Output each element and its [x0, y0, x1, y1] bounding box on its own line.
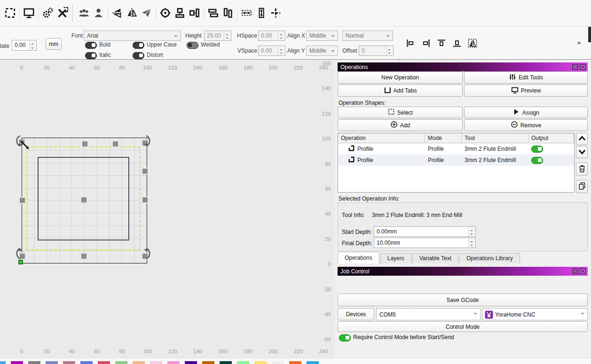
palette-swatch[interactable] — [289, 361, 301, 364]
devices-button[interactable]: Devices — [338, 308, 374, 320]
float-panel-icon[interactable] — [572, 268, 578, 274]
bold-toggle[interactable] — [85, 42, 97, 49]
offset-spinner[interactable] — [386, 46, 393, 55]
align-left-icon[interactable] — [403, 37, 418, 49]
hspace-spinner[interactable] — [278, 31, 285, 40]
final-depth-input[interactable]: 10.00mm — [374, 238, 476, 248]
close-panel-icon[interactable] — [580, 268, 586, 274]
vspace-spinner[interactable] — [278, 46, 285, 55]
add-tabs-button[interactable]: Add Tabs — [338, 85, 463, 97]
height-input[interactable]: 25.00 — [204, 31, 231, 41]
palette-swatch[interactable] — [254, 361, 267, 364]
tools-icon[interactable] — [55, 4, 70, 22]
align-x-select[interactable]: Middle — [306, 31, 338, 41]
palette-swatch[interactable] — [80, 361, 93, 364]
control-mode-button[interactable]: Control Mode — [338, 321, 588, 332]
units-button[interactable]: mm — [46, 38, 62, 50]
user-icon[interactable] — [91, 4, 106, 22]
height-spinner[interactable] — [224, 31, 231, 40]
edit-tools-button[interactable]: Edit Tools — [464, 71, 588, 84]
vspace-input[interactable]: 0.00 — [258, 46, 285, 56]
palette-swatch[interactable] — [28, 361, 40, 364]
palette-swatch[interactable] — [0, 361, 6, 364]
gears-icon[interactable] — [40, 4, 55, 22]
palette-swatch[interactable] — [11, 361, 23, 364]
selection-handle[interactable] — [142, 196, 149, 203]
origin-side-icon[interactable] — [187, 4, 202, 22]
palette-swatch[interactable] — [237, 361, 249, 364]
new-operation-button[interactable]: New Operation — [338, 71, 463, 84]
tab-operations[interactable]: Operations — [338, 252, 379, 263]
palette-swatch[interactable] — [98, 361, 110, 364]
hspace-input[interactable]: 0.00 — [258, 31, 285, 41]
shape-assign-button[interactable]: Assign — [464, 107, 588, 118]
toolbar-grip[interactable] — [72, 5, 74, 21]
output-toggle[interactable] — [531, 157, 543, 164]
palette-swatch[interactable] — [133, 361, 145, 364]
rotate-input[interactable]: 0.00 — [12, 40, 37, 51]
target-icon[interactable] — [158, 4, 173, 22]
delete-operation-button[interactable] — [576, 163, 588, 176]
operations-table[interactable]: OperationModeToolOutput ProfileProfile3m… — [338, 133, 575, 193]
uppercase-toggle[interactable] — [133, 42, 144, 49]
rotate-spinner[interactable] — [29, 40, 36, 50]
rotate-handle-bottom-right[interactable] — [144, 247, 154, 261]
copy-operation-button[interactable] — [576, 180, 588, 193]
palette-swatch[interactable] — [272, 361, 284, 364]
operations-panel-header[interactable]: Operations — [338, 62, 588, 71]
palette-swatch[interactable] — [185, 361, 197, 364]
bounds-height-icon[interactable] — [254, 4, 268, 22]
palette-swatch[interactable] — [115, 361, 127, 364]
start-depth-spinner[interactable] — [468, 227, 475, 236]
require-control-mode-toggle[interactable] — [339, 334, 351, 341]
distribute-horizontal-icon[interactable] — [206, 4, 221, 22]
operation-row[interactable]: ProfileProfile3mm 2 Flute Endmill — [338, 143, 574, 155]
selection-handle[interactable] — [81, 140, 88, 147]
flip-vertical-icon[interactable] — [110, 4, 125, 22]
save-gcode-button[interactable]: Save GCode — [338, 294, 588, 306]
output-toggle[interactable] — [531, 146, 543, 153]
palette-swatch[interactable] — [63, 361, 75, 364]
tab-layers[interactable]: Layers — [380, 253, 411, 263]
palette-swatch[interactable] — [202, 361, 214, 364]
float-panel-icon[interactable] — [572, 64, 578, 70]
align-y-select[interactable]: Middle — [306, 46, 338, 56]
start-depth-input[interactable]: 0.00mm — [374, 226, 476, 237]
distribute-vertical-icon[interactable] — [221, 4, 235, 22]
align-right-icon[interactable] — [419, 37, 433, 49]
final-depth-spinner[interactable] — [468, 238, 475, 248]
palette-swatch[interactable] — [220, 361, 232, 364]
send-icon[interactable] — [139, 4, 154, 22]
marquee-select-icon[interactable] — [3, 4, 17, 22]
origin-bottom-icon[interactable] — [173, 4, 187, 22]
tab-operations-library[interactable]: Operations Library — [459, 253, 520, 263]
bounds-width-icon[interactable] — [239, 4, 254, 22]
toolbar-overflow-button[interactable]: » — [577, 39, 580, 46]
preview-button[interactable]: Preview — [464, 85, 588, 97]
users-group-icon[interactable] — [77, 4, 91, 22]
move-up-button[interactable] — [576, 133, 588, 145]
design-canvas[interactable]: 020406080100120140160180200220240 160140… — [0, 60, 335, 358]
close-panel-icon[interactable] — [580, 64, 586, 70]
position-cross-icon[interactable] — [268, 4, 283, 22]
italic-toggle[interactable] — [85, 52, 97, 59]
font-select[interactable]: Arial — [84, 31, 181, 41]
welded-toggle[interactable] — [187, 42, 198, 49]
distort-toggle[interactable] — [133, 52, 144, 59]
monitor-icon[interactable] — [22, 4, 36, 22]
shape-select-button[interactable]: Select — [338, 107, 463, 118]
job-control-panel-header[interactable]: Job Control — [338, 267, 588, 276]
offset-input[interactable]: 0 — [359, 46, 394, 56]
align-top-icon[interactable] — [434, 37, 449, 49]
palette-swatch[interactable] — [46, 361, 58, 364]
com-port-select[interactable]: COM5 — [376, 308, 481, 320]
selection-handle[interactable] — [80, 253, 87, 260]
operation-row[interactable]: ProfileProfile3mm 2 Flute Endmill — [338, 155, 574, 166]
selection-handle[interactable] — [142, 168, 149, 175]
palette-swatch[interactable] — [150, 361, 162, 364]
move-down-button[interactable] — [576, 146, 588, 158]
palette-swatch[interactable] — [167, 361, 180, 364]
selection-handle[interactable] — [19, 197, 26, 204]
device-profile-select[interactable]: YoraHome CNC — [482, 308, 588, 320]
shape-add-button[interactable]: Add — [338, 119, 463, 131]
